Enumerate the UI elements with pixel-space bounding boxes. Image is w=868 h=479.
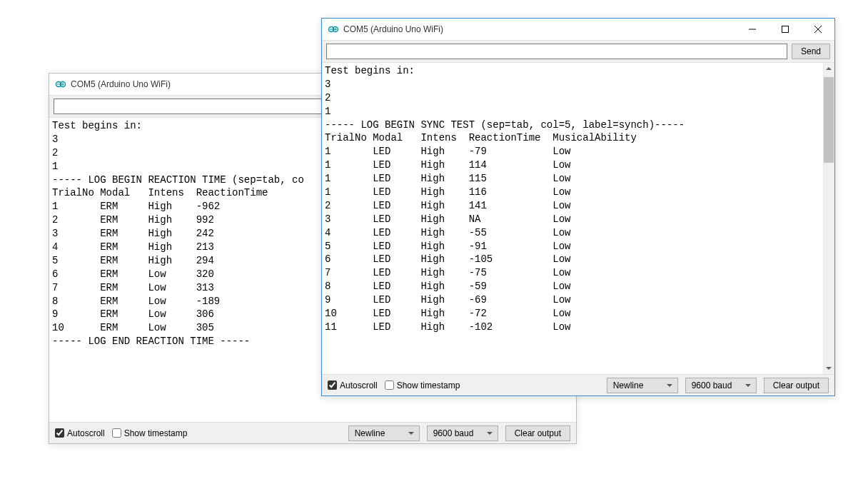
clear-output-button[interactable]: Clear output — [505, 425, 570, 441]
baud-value: 9600 baud — [433, 428, 474, 438]
timestamp-checkbox[interactable]: Show timestamp — [112, 428, 188, 438]
arduino-icon — [328, 24, 339, 35]
scrollbar-track[interactable] — [823, 63, 834, 374]
serial-monitor-window-front: COM5 (Arduino Uno WiFi) Send Test begins… — [321, 18, 835, 396]
bottom-bar: Autoscroll Show timestamp Newline 9600 b… — [322, 374, 834, 395]
window-title: COM5 (Arduino Uno WiFi) — [71, 79, 171, 89]
window-title: COM5 (Arduino Uno WiFi) — [343, 24, 443, 34]
close-icon — [814, 26, 822, 33]
titlebar[interactable]: COM5 (Arduino Uno WiFi) — [322, 19, 834, 40]
autoscroll-checkbox[interactable]: Autoscroll — [55, 428, 105, 438]
baud-select[interactable]: 9600 baud — [427, 425, 498, 441]
maximize-icon — [782, 26, 789, 33]
line-ending-value: Newline — [613, 380, 644, 390]
arduino-icon — [55, 79, 66, 90]
bottom-bar: Autoscroll Show timestamp Newline 9600 b… — [49, 422, 576, 443]
minimize-icon — [749, 26, 756, 33]
scroll-down-icon[interactable] — [823, 363, 834, 374]
svg-rect-11 — [782, 26, 789, 33]
line-ending-select[interactable]: Newline — [348, 425, 420, 441]
baud-value: 9600 baud — [692, 380, 732, 390]
send-button[interactable]: Send — [792, 44, 830, 59]
send-label: Send — [801, 46, 821, 56]
serial-input[interactable] — [326, 44, 787, 59]
baud-select[interactable]: 9600 baud — [685, 378, 757, 393]
autoscroll-checkbox[interactable]: Autoscroll — [328, 380, 378, 390]
serial-console[interactable]: Test begins in: 3 2 1 ----- LOG BEGIN SY… — [322, 63, 834, 374]
autoscroll-label: Autoscroll — [340, 380, 378, 390]
autoscroll-label: Autoscroll — [67, 428, 105, 438]
scroll-up-icon[interactable] — [823, 63, 834, 74]
line-ending-value: Newline — [355, 428, 385, 438]
timestamp-checkbox[interactable]: Show timestamp — [385, 380, 460, 390]
timestamp-label: Show timestamp — [124, 428, 188, 438]
send-row: Send — [322, 40, 834, 63]
close-button[interactable] — [802, 19, 834, 40]
line-ending-select[interactable]: Newline — [607, 378, 678, 393]
scrollbar-thumb[interactable] — [824, 77, 834, 163]
clear-output-label: Clear output — [773, 380, 819, 390]
timestamp-label: Show timestamp — [397, 380, 460, 390]
clear-output-label: Clear output — [515, 428, 561, 438]
clear-output-button[interactable]: Clear output — [764, 378, 829, 393]
maximize-button[interactable] — [769, 19, 802, 40]
minimize-button[interactable] — [736, 19, 769, 40]
